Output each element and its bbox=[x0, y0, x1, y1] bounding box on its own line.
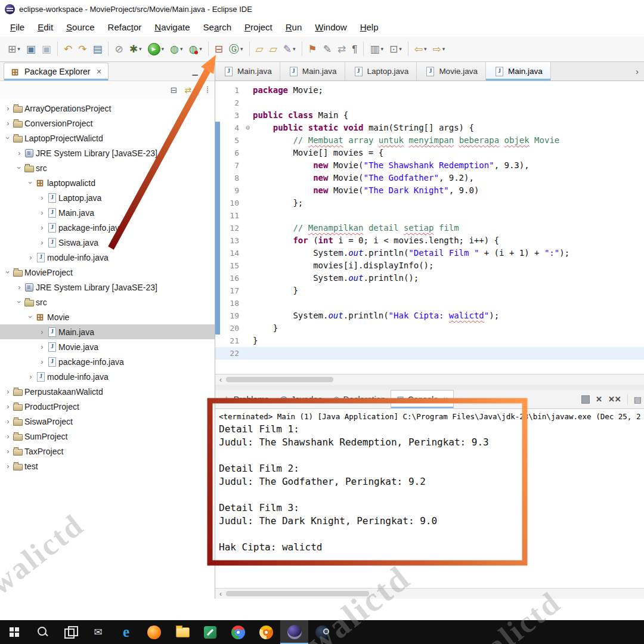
code-editor[interactable]: 1package Movie;23public class Main {4⊖ p… bbox=[215, 81, 644, 374]
forward-button[interactable]: ⇨▾ bbox=[430, 40, 448, 58]
tree-item-siswa-java[interactable]: ›Siswa.java bbox=[0, 235, 215, 250]
tree-item-src[interactable]: ›src bbox=[0, 295, 215, 309]
chevron-collapsed-icon[interactable]: › bbox=[4, 402, 13, 411]
chevron-collapsed-icon[interactable]: › bbox=[38, 342, 47, 351]
editor-tab-main-java-1[interactable]: Main.java bbox=[280, 62, 345, 80]
scroll-left-icon[interactable]: ‹ bbox=[215, 590, 226, 598]
chevron-collapsed-icon[interactable]: › bbox=[4, 119, 13, 128]
tree-item-siswaproject[interactable]: ›SiswaProject bbox=[0, 414, 215, 429]
chevron-collapsed-icon[interactable]: › bbox=[4, 417, 13, 426]
chevron-expanded-icon[interactable]: › bbox=[15, 298, 24, 306]
chevron-collapsed-icon[interactable]: › bbox=[15, 283, 24, 292]
chevron-collapsed-icon[interactable]: › bbox=[4, 432, 13, 441]
undo-button[interactable]: ↶ bbox=[61, 40, 75, 58]
taskbar-button-chrome[interactable] bbox=[224, 620, 252, 644]
collapse-all-button[interactable]: ⊟ bbox=[171, 85, 178, 95]
redo-button[interactable]: ↷ bbox=[75, 40, 89, 58]
tree-item-laptopprojectwalictd[interactable]: ›LaptopProjectWalictd bbox=[0, 131, 215, 145]
scroll-thumb[interactable] bbox=[226, 377, 333, 382]
tree-item-taxproject[interactable]: ›TaxProject bbox=[0, 444, 215, 459]
scroll-thumb[interactable] bbox=[226, 591, 369, 596]
tree-item-movie[interactable]: ›Movie bbox=[0, 309, 215, 324]
taskbar-button-task-view[interactable] bbox=[56, 620, 84, 644]
menu-file[interactable]: File bbox=[4, 20, 31, 35]
editor-tab-main-java-4[interactable]: Main.java bbox=[486, 62, 551, 80]
skip-breakpoints-button[interactable]: ⊘ bbox=[112, 40, 126, 58]
open-console-button[interactable]: ▤ bbox=[634, 395, 642, 404]
annotate-button[interactable]: ✎ bbox=[320, 40, 335, 58]
console-hscroll[interactable]: ‹ bbox=[215, 588, 644, 599]
chevron-expanded-icon[interactable]: › bbox=[15, 163, 24, 172]
tree-item-jre-system-library-javase-23[interactable]: ›JRE System Library [JavaSE-23] bbox=[0, 280, 215, 295]
save-all-button[interactable]: ▣ bbox=[39, 40, 54, 58]
fold-marker-icon[interactable]: ⊖ bbox=[243, 122, 253, 134]
mark-occurrences-button[interactable]: ✎▾ bbox=[280, 40, 299, 58]
taskbar-button-search[interactable] bbox=[28, 620, 56, 644]
tree-item-movie-java[interactable]: ›Movie.java bbox=[0, 339, 215, 354]
tab-overflow-chevron-icon[interactable]: › bbox=[630, 62, 644, 80]
minimap-button[interactable]: ▥▾ bbox=[367, 40, 386, 58]
chevron-collapsed-icon[interactable]: › bbox=[4, 104, 13, 113]
menu-search[interactable]: Search bbox=[197, 20, 239, 35]
console-tab-javadoc[interactable]: @Javadoc bbox=[274, 391, 327, 408]
tree-item-movieproject[interactable]: ›MovieProject bbox=[0, 265, 215, 280]
tree-item-laptopwalictd[interactable]: ›laptopwalictd bbox=[0, 175, 215, 190]
new-java-ee-button[interactable]: ⊟ bbox=[212, 40, 226, 58]
profile-button[interactable]: ◍▾ bbox=[185, 40, 205, 58]
tree-item-laptop-java[interactable]: ›Laptop.java bbox=[0, 190, 215, 205]
tree-item-sumproject[interactable]: ›SumProject bbox=[0, 429, 215, 444]
open-console-button[interactable]: ▤ bbox=[89, 40, 105, 58]
tree-item-perpustakaanwalictd[interactable]: ›PerpustakaanWalictd bbox=[0, 384, 215, 399]
taskbar-button-mail[interactable] bbox=[84, 620, 112, 644]
console-tab-declaration[interactable]: ◉Declaration bbox=[327, 391, 391, 408]
menu-navigate[interactable]: Navigate bbox=[148, 20, 196, 35]
back-button[interactable]: ⇦▾ bbox=[411, 40, 430, 58]
terminate-button[interactable] bbox=[581, 395, 590, 404]
close-icon[interactable]: ✕ bbox=[97, 68, 102, 76]
menu-source[interactable]: Source bbox=[60, 20, 101, 35]
chevron-collapsed-icon[interactable]: › bbox=[4, 462, 13, 470]
remove-launch-button[interactable]: ✕ bbox=[596, 395, 602, 404]
taskbar-button-file-explorer[interactable] bbox=[168, 620, 196, 644]
chevron-collapsed-icon[interactable]: › bbox=[38, 327, 47, 336]
chevron-collapsed-icon[interactable]: › bbox=[38, 193, 47, 202]
new-wizard-button[interactable]: ⊞▾ bbox=[5, 40, 23, 58]
editor-tab-movie-java-3[interactable]: Movie.java bbox=[417, 62, 486, 80]
run-button[interactable]: ▶▾ bbox=[145, 40, 168, 58]
editor-hscroll[interactable]: ‹ bbox=[215, 374, 644, 385]
chevron-expanded-icon[interactable]: › bbox=[26, 178, 35, 187]
tree-item-main-java[interactable]: ›Main.java bbox=[0, 324, 215, 339]
save-button[interactable]: ▣ bbox=[23, 40, 39, 58]
tree-item-arrayoperationsproject[interactable]: ›ArrayOperationsProject bbox=[0, 101, 215, 116]
taskbar-button-start[interactable] bbox=[0, 620, 28, 644]
tree-item-main-java[interactable]: ›Main.java bbox=[0, 205, 215, 220]
menu-window[interactable]: Window bbox=[308, 20, 353, 35]
minimize-view-button[interactable]: ▁ bbox=[190, 67, 201, 76]
taskbar-button-browser[interactable] bbox=[252, 620, 280, 644]
chevron-collapsed-icon[interactable]: › bbox=[38, 357, 47, 366]
menu-run[interactable]: Run bbox=[279, 20, 309, 35]
remove-all-launches-button[interactable]: ✕✕ bbox=[608, 395, 621, 404]
open-folder-button[interactable]: ▱ bbox=[253, 40, 267, 58]
chevron-collapsed-icon[interactable]: › bbox=[38, 238, 47, 247]
tree-item-conversionproject[interactable]: ›ConversionProject bbox=[0, 116, 215, 131]
view-menu-button[interactable]: ⁞ bbox=[206, 85, 209, 95]
tree-item-productproject[interactable]: ›ProductProject bbox=[0, 399, 215, 414]
chevron-expanded-icon[interactable]: › bbox=[26, 312, 35, 321]
tree-item-src[interactable]: ›src bbox=[0, 160, 215, 175]
editor-tab-laptop-java-2[interactable]: Laptop.java bbox=[345, 62, 417, 80]
close-icon[interactable]: ✕ bbox=[443, 396, 448, 402]
debug-button[interactable]: ✱▾ bbox=[126, 40, 145, 58]
taskbar-button-green-app[interactable] bbox=[196, 620, 224, 644]
chevron-collapsed-icon[interactable]: › bbox=[4, 387, 13, 396]
chevron-collapsed-icon[interactable]: › bbox=[15, 148, 24, 157]
tree-item-module-info-java[interactable]: ›module-info.java bbox=[0, 250, 215, 265]
chevron-collapsed-icon[interactable]: › bbox=[26, 372, 35, 381]
show-whitespace-button[interactable]: ¶ bbox=[349, 40, 360, 58]
menu-edit[interactable]: Edit bbox=[31, 20, 60, 35]
menu-project[interactable]: Project bbox=[238, 20, 279, 35]
chevron-expanded-icon[interactable]: › bbox=[4, 134, 13, 143]
tree-item-jre-system-library-javase-23[interactable]: ›JRE System Library [JavaSE-23] bbox=[0, 145, 215, 160]
maximize-view-button[interactable]: □ bbox=[201, 67, 211, 76]
import-folder-button[interactable]: ▱ bbox=[267, 40, 280, 58]
